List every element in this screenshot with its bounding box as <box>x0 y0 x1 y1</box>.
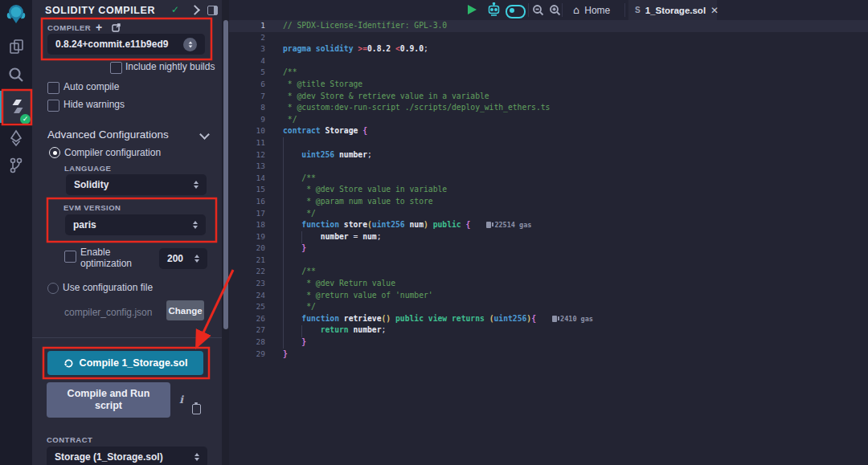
line-number[interactable]: 14 <box>229 173 265 185</box>
line-number[interactable]: 7 <box>229 91 265 103</box>
compiler-configuration-radio[interactable] <box>49 147 60 158</box>
panel-pin-icon[interactable] <box>207 6 218 15</box>
tab-1-storage-sol[interactable]: S 1_Storage.sol ✕ <box>628 0 717 20</box>
line-number[interactable]: 20 <box>229 243 265 255</box>
line-number[interactable]: 24 <box>229 290 265 302</box>
zoom-out-icon[interactable] <box>531 3 545 20</box>
evm-version-select[interactable]: paris <box>65 214 206 235</box>
code-line[interactable]: * @title Storage <box>283 79 868 91</box>
code-line[interactable] <box>283 255 868 267</box>
evm-version-label: EVM VERSION <box>63 203 121 212</box>
language-select[interactable]: Solidity <box>66 174 207 195</box>
code-line[interactable]: return number; <box>283 324 868 337</box>
ai-assistant-icon[interactable] <box>486 2 502 21</box>
code-line[interactable] <box>283 137 868 149</box>
auto-compile-checkbox[interactable] <box>47 82 59 94</box>
code-line[interactable] <box>283 161 868 173</box>
panel-scrollbar-thumb[interactable] <box>223 20 228 329</box>
code-line[interactable] <box>283 55 868 67</box>
ai-toggle-on[interactable] <box>506 5 526 18</box>
code-editor[interactable]: 1234567891011121314151617181920212223242… <box>229 20 868 465</box>
code-line[interactable]: * @dev Return value <box>283 278 868 290</box>
code-line[interactable]: function store(uint256 num) public {2251… <box>283 219 868 231</box>
code-line[interactable] <box>283 32 868 44</box>
line-number[interactable]: 6 <box>229 79 265 91</box>
line-number[interactable]: 12 <box>229 149 265 161</box>
sidebar-item-file-explorer[interactable] <box>0 35 32 58</box>
info-icon[interactable]: i <box>179 394 183 406</box>
code-line[interactable]: } <box>283 243 868 255</box>
code-line[interactable]: pragma solidity >=0.8.2 <0.9.0; <box>283 43 868 55</box>
code-line[interactable]: /** <box>283 266 868 278</box>
line-number[interactable]: 2 <box>229 32 265 44</box>
compile-button[interactable]: Compile 1_Storage.sol <box>47 351 203 375</box>
line-number[interactable]: 21 <box>229 255 265 267</box>
chevron-right-icon[interactable] <box>190 5 200 15</box>
select-caret-icon <box>194 453 199 461</box>
line-number[interactable]: 19 <box>229 231 265 243</box>
line-number[interactable]: 16 <box>229 196 265 208</box>
compiler-version-select[interactable]: 0.8.24+commit.e11b9ed9 <box>47 34 205 55</box>
code-line[interactable]: // SPDX-License-Identifier: GPL-3.0 <box>283 20 868 32</box>
code-line[interactable]: * @param num value to store <box>283 196 868 208</box>
line-number[interactable]: 11 <box>229 137 265 149</box>
line-number[interactable]: 15 <box>229 184 265 196</box>
code-line[interactable]: uint256 number; <box>283 149 868 161</box>
code-line[interactable]: number = num; <box>283 231 868 243</box>
line-number[interactable]: 28 <box>229 337 265 349</box>
enable-optimization-checkbox[interactable] <box>64 251 76 263</box>
line-number[interactable]: 18 <box>229 219 265 231</box>
tab-home[interactable]: ⌂ Home <box>563 0 620 20</box>
optimization-runs-value: 200 <box>167 253 183 264</box>
code-line[interactable]: /** <box>283 67 868 79</box>
chevron-down-icon[interactable] <box>199 129 210 140</box>
zoom-in-icon[interactable] <box>548 3 562 20</box>
sidebar-item-deploy-and-run[interactable] <box>0 127 32 149</box>
line-number[interactable]: 26 <box>229 313 265 325</box>
line-number[interactable]: 17 <box>229 208 265 220</box>
line-number[interactable]: 9 <box>229 114 265 126</box>
code-line[interactable]: * @return value of 'number' <box>283 290 868 302</box>
compile-and-run-button[interactable]: Compile and Run script <box>47 382 170 418</box>
advanced-config-title[interactable]: Advanced Configurations <box>47 128 169 141</box>
optimization-runs-input[interactable]: 200 <box>159 248 207 269</box>
copy-icon[interactable] <box>192 404 201 414</box>
line-number[interactable]: 23 <box>229 278 265 290</box>
contract-select[interactable]: Storage (1_Storage.sol) <box>47 447 207 465</box>
sidebar-item-solidity-compiler[interactable]: ✓ <box>0 91 32 123</box>
code-line[interactable]: } <box>283 337 868 349</box>
code-line[interactable]: /** <box>283 173 868 185</box>
code-line[interactable]: * @dev Store value in variable <box>283 184 868 196</box>
close-tab-icon[interactable]: ✕ <box>710 5 719 16</box>
change-config-button[interactable]: Change <box>166 300 204 320</box>
line-number[interactable]: 27 <box>229 324 265 337</box>
sidebar-item-search[interactable] <box>0 63 32 87</box>
code-line[interactable]: } <box>283 349 868 361</box>
add-custom-compiler-icon[interactable]: + <box>96 22 102 32</box>
line-number[interactable]: 1 <box>229 20 265 32</box>
code-line[interactable]: * @dev Store & retrieve value in a varia… <box>283 91 868 103</box>
line-number[interactable]: 10 <box>229 125 265 137</box>
include-nightly-checkbox[interactable] <box>110 62 122 74</box>
use-config-file-radio[interactable] <box>47 283 59 294</box>
remix-logo[interactable] <box>0 2 32 26</box>
code-line[interactable]: function retrieve() public view returns … <box>283 313 868 325</box>
line-number[interactable]: 3 <box>229 43 265 55</box>
code-lines[interactable]: // SPDX-License-Identifier: GPL-3.0pragm… <box>283 20 868 360</box>
line-number[interactable]: 25 <box>229 301 265 313</box>
line-number[interactable]: 8 <box>229 102 265 114</box>
line-number[interactable]: 4 <box>229 55 265 67</box>
line-number[interactable]: 22 <box>229 266 265 278</box>
gutter[interactable]: 1234567891011121314151617181920212223242… <box>229 20 265 360</box>
line-number[interactable]: 5 <box>229 67 265 79</box>
code-line[interactable]: * @custom:dev-run-script ./scripts/deplo… <box>283 102 868 114</box>
run-script-button[interactable] <box>468 5 477 14</box>
line-number[interactable]: 29 <box>229 349 265 361</box>
line-number[interactable]: 13 <box>229 161 265 173</box>
hide-warnings-checkbox[interactable] <box>47 100 59 112</box>
sidebar-item-git[interactable] <box>0 154 32 177</box>
code-line[interactable]: */ <box>283 114 868 126</box>
code-line[interactable]: contract Storage { <box>283 125 868 137</box>
code-line[interactable]: */ <box>283 301 868 313</box>
code-line[interactable]: */ <box>283 208 868 220</box>
